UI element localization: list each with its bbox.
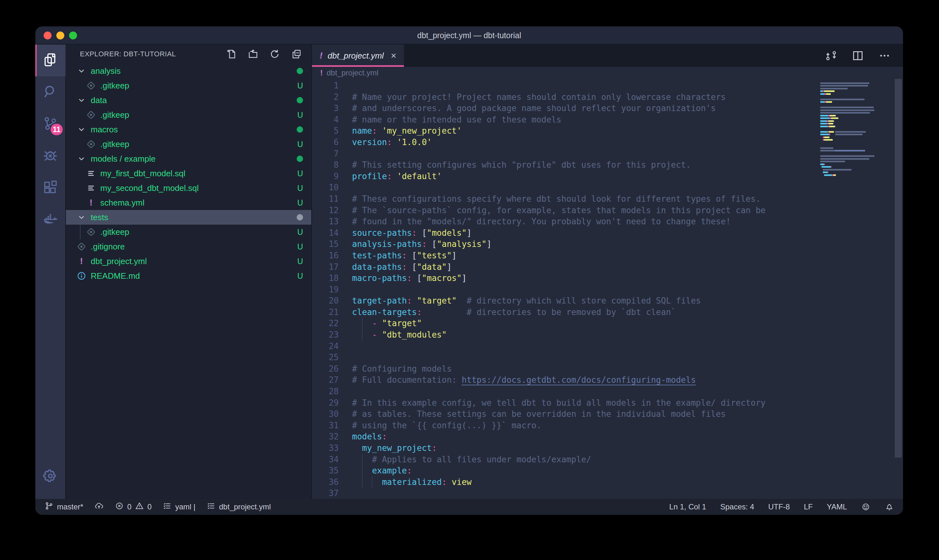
code-line-13[interactable]: 13# found in the "models/" directory. Yo… [312, 216, 820, 228]
code-line-14[interactable]: 14source-paths: ["models"] [312, 228, 820, 239]
more-actions-button[interactable] [877, 49, 891, 63]
tree-item-my-second-dbt-model-sql[interactable]: my_second_dbt_model.sqlU [66, 181, 311, 195]
code-line-31[interactable]: 31# using the `{{ config(...) }}` macro. [312, 420, 820, 431]
git-branch-item[interactable]: master* [44, 501, 83, 512]
code-line-25[interactable]: 25 [312, 352, 820, 363]
tree-item-macros[interactable]: macros [66, 122, 311, 137]
code-line-12[interactable]: 12# The `source-paths` config, for examp… [312, 205, 820, 216]
tree-item-label: .gitkeep [100, 110, 129, 120]
tree-item-gitkeep[interactable]: .gitkeepU [66, 108, 311, 122]
code-line-20[interactable]: 20target-path: "target" # directory whic… [312, 295, 820, 307]
code-line-19[interactable]: 19 [312, 284, 820, 295]
tree-item-label: schema.yml [100, 198, 145, 208]
title-bar[interactable]: dbt_project.yml — dbt-tutorial [35, 26, 903, 45]
code-line-6[interactable]: 6version: '1.0.0' [312, 137, 820, 148]
code-line-15[interactable]: 15analysis-paths: ["analysis"] [312, 238, 820, 250]
explorer-view-button[interactable] [35, 45, 66, 76]
collapse-folders-button[interactable] [289, 48, 303, 61]
open-changes-button[interactable] [824, 49, 838, 63]
feedback-smiley-icon[interactable] [861, 502, 871, 512]
code-line-36[interactable]: 36 materialized: view [312, 477, 820, 488]
extensions-view-button[interactable] [35, 172, 66, 204]
tree-item-schema-yml[interactable]: !schema.ymlU [66, 195, 311, 210]
code-line-3[interactable]: 3# and underscores. A good package name … [312, 103, 820, 114]
split-editor-button[interactable] [851, 49, 865, 63]
tree-item-gitkeep[interactable]: .gitkeepU [66, 137, 311, 151]
tree-item-my-first-dbt-model-sql[interactable]: my_first_dbt_model.sqlU [66, 166, 311, 181]
tree-item-gitkeep[interactable]: .gitkeepU [66, 225, 311, 239]
tab-dbt-project-yml[interactable]: ! dbt_project.yml × [312, 45, 404, 67]
notifications-bell-icon[interactable] [885, 502, 894, 512]
dbt-yaml-selector[interactable]: yaml | [162, 501, 195, 512]
code-line-1[interactable]: 1 [312, 80, 820, 92]
tree-item-dbt-project-yml[interactable]: !dbt_project.ymlU [66, 254, 311, 269]
problems-item[interactable]: 0 0 [115, 501, 152, 512]
cursor-position[interactable]: Ln 1, Col 1 [670, 502, 706, 511]
code-line-8[interactable]: 8# This setting configures which "profil… [312, 159, 820, 171]
code-line-18[interactable]: 18macro-paths: ["macros"] [312, 273, 820, 284]
code-line-7[interactable]: 7 [312, 148, 820, 160]
code-line-11[interactable]: 11# These configurations specify where d… [312, 194, 820, 205]
code-line-27[interactable]: 27# Full documentation: https://docs.get… [312, 374, 820, 386]
dbt-file-selector[interactable]: dbt_project.yml [206, 501, 271, 512]
code-line-4[interactable]: 4# name or the intended use of these mod… [312, 114, 820, 126]
language-mode[interactable]: YAML [827, 502, 847, 511]
line-number: 22 [312, 318, 339, 329]
run-debug-view-button[interactable] [35, 140, 66, 172]
search-view-button[interactable] [35, 76, 66, 108]
code-line-34[interactable]: 34 # Applies to all files under models/e… [312, 454, 820, 466]
tree-item-gitignore[interactable]: .gitignoreU [66, 239, 311, 254]
code-line-24[interactable]: 24 [312, 341, 820, 352]
code-line-28[interactable]: 28 [312, 386, 820, 397]
breadcrumb-file[interactable]: dbt_project.yml [326, 68, 379, 77]
code-line-2[interactable]: 2# Name your project! Project names shou… [312, 92, 820, 103]
tree-item-label: analysis [91, 66, 121, 76]
code-line-10[interactable]: 10 [312, 182, 820, 194]
minimap-line [820, 161, 845, 162]
close-tab-icon[interactable]: × [391, 50, 397, 61]
docker-view-button[interactable] [35, 204, 66, 235]
new-file-button[interactable] [225, 48, 238, 61]
code-line-5[interactable]: 5name: 'my_new_project' [312, 125, 820, 137]
code-line-30[interactable]: 30# as tables. These settings can be ove… [312, 409, 820, 420]
minimap-line [820, 169, 851, 171]
tree-item-models-example[interactable]: models / example [66, 151, 311, 166]
encoding-setting[interactable]: UTF-8 [768, 502, 790, 511]
code-line-9[interactable]: 9profile: 'default' [312, 171, 820, 182]
sync-changes-item[interactable] [94, 501, 104, 512]
vscode-window: dbt_project.yml — dbt-tutorial 11 [35, 26, 903, 515]
tree-item-tests[interactable]: tests [66, 210, 311, 225]
files-icon [42, 52, 58, 69]
minimap-line [820, 150, 865, 151]
git-icon [86, 110, 96, 120]
code-line-26[interactable]: 26# Configuring models [312, 363, 820, 375]
code-line-16[interactable]: 16test-paths: ["tests"] [312, 250, 820, 262]
indentation-setting[interactable]: Spaces: 4 [720, 502, 754, 511]
code-line-29[interactable]: 29# In this example config, we tell dbt … [312, 397, 820, 409]
eol-setting[interactable]: LF [804, 502, 813, 511]
manage-button[interactable] [35, 461, 66, 492]
tree-item-analysis[interactable]: analysis [66, 64, 311, 78]
scrollbar-thumb[interactable] [895, 79, 902, 457]
window-title: dbt_project.yml — dbt-tutorial [35, 26, 903, 45]
tree-item-data[interactable]: data [66, 93, 311, 108]
tree-item-readme-md[interactable]: README.mdU [66, 269, 311, 283]
tree-item-gitkeep[interactable]: .gitkeepU [66, 78, 311, 93]
code-line-17[interactable]: 17data-paths: ["data"] [312, 262, 820, 273]
code-line-22[interactable]: 22 - "target" [312, 318, 820, 329]
code-line-23[interactable]: 23 - "dbt_modules" [312, 329, 820, 341]
breadcrumb[interactable]: ! dbt_project.yml [312, 67, 903, 79]
extensions-icon [42, 179, 58, 197]
code-line-35[interactable]: 35 example: [312, 465, 820, 477]
code-area[interactable]: 12# Name your project! Project names sho… [312, 80, 820, 499]
refresh-explorer-button[interactable] [268, 48, 282, 61]
line-number: 19 [312, 284, 339, 295]
line-number: 2 [312, 92, 339, 103]
source-control-view-button[interactable]: 11 [35, 108, 66, 140]
git-status-badge: U [297, 140, 303, 149]
code-line-21[interactable]: 21clean-targets: # directories to be rem… [312, 307, 820, 318]
new-folder-button[interactable] [246, 48, 260, 61]
code-line-32[interactable]: 32models: [312, 431, 820, 443]
code-line-37[interactable]: 37 [312, 488, 820, 499]
code-line-33[interactable]: 33 my_new_project: [312, 443, 820, 454]
